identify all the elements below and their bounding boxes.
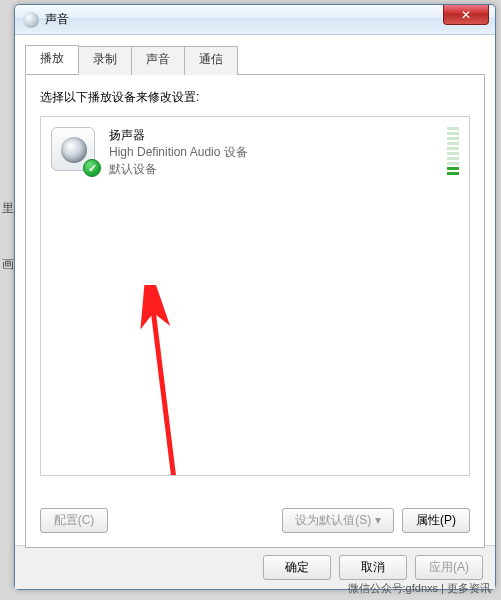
titlebar[interactable]: 声音 ✕	[15, 5, 495, 35]
device-description: High Definition Audio 设备	[109, 144, 248, 161]
default-check-icon: ✓	[83, 159, 101, 177]
sound-titlebar-icon	[23, 12, 39, 28]
playback-panel: 选择以下播放设备来修改设置: ✓ 扬声器 High Definition Aud…	[25, 74, 485, 548]
set-default-button[interactable]: 设为默认值(S)	[282, 508, 394, 533]
cancel-button[interactable]: 取消	[339, 555, 407, 580]
background-fragment: 里 画	[0, 0, 12, 600]
properties-button[interactable]: 属性(P)	[402, 508, 470, 533]
ok-button[interactable]: 确定	[263, 555, 331, 580]
configure-button[interactable]: 配置(C)	[40, 508, 108, 533]
device-item[interactable]: ✓ 扬声器 High Definition Audio 设备 默认设备	[49, 123, 461, 182]
device-status: 默认设备	[109, 161, 248, 178]
device-list[interactable]: ✓ 扬声器 High Definition Audio 设备 默认设备	[40, 116, 470, 476]
dialog-body: 播放 录制 声音 通信 选择以下播放设备来修改设置: ✓ 扬声器 High De…	[25, 45, 485, 543]
close-button[interactable]: ✕	[443, 5, 489, 25]
close-icon: ✕	[461, 8, 471, 22]
svg-line-1	[151, 293, 187, 476]
sound-dialog-window: 声音 ✕ 播放 录制 声音 通信 选择以下播放设备来修改设置: ✓ 扬声器	[14, 4, 496, 590]
tab-recording[interactable]: 录制	[78, 46, 132, 75]
level-meter	[447, 127, 459, 175]
tab-communications[interactable]: 通信	[184, 46, 238, 75]
device-name: 扬声器	[109, 127, 248, 144]
window-title: 声音	[45, 11, 69, 28]
tab-strip: 播放 录制 声音 通信	[25, 45, 485, 74]
speaker-icon: ✓	[51, 127, 99, 175]
panel-button-row: 配置(C) 设为默认值(S) 属性(P)	[40, 508, 470, 533]
tab-sounds[interactable]: 声音	[131, 46, 185, 75]
instruction-text: 选择以下播放设备来修改设置:	[40, 89, 470, 106]
device-text: 扬声器 High Definition Audio 设备 默认设备	[109, 127, 248, 178]
apply-button[interactable]: 应用(A)	[415, 555, 483, 580]
annotation-arrow-icon	[137, 285, 197, 476]
tab-playback[interactable]: 播放	[25, 45, 79, 74]
watermark-text: 微信公众号:gfdnxs | 更多资讯	[348, 581, 491, 596]
